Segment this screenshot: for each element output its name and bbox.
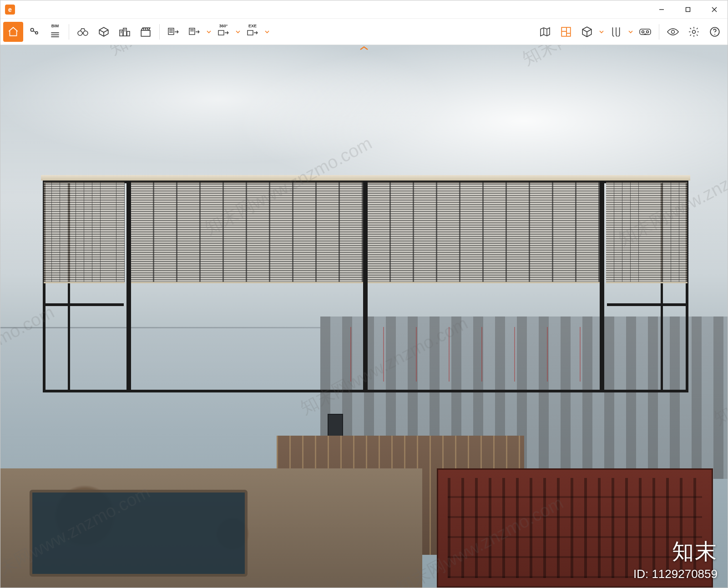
export-exe-button[interactable]: EXE: [243, 22, 263, 42]
animation-button[interactable]: [136, 22, 156, 42]
model-blind: [44, 181, 125, 283]
window-controls: [648, 0, 728, 19]
home-button[interactable]: [3, 22, 23, 42]
app-icon-letter: e: [8, 6, 12, 13]
anchor-pin-button[interactable]: [24, 22, 44, 42]
model-blind: [131, 181, 363, 283]
export-exe-dropdown[interactable]: [263, 30, 271, 34]
export-b-dropdown[interactable]: [205, 30, 212, 34]
viewport-3d[interactable]: 知末网www.znzmo.com 知末网www.znzmo.com 知末网www…: [0, 45, 728, 588]
model-mullion: [600, 181, 604, 392]
window-model[interactable]: [43, 181, 688, 392]
bim-label: BIM: [51, 24, 59, 28]
main-toolbar: BIM: [0, 19, 728, 45]
app-window: e BIM: [0, 0, 728, 588]
model-blind: [368, 181, 600, 283]
svg-rect-35: [561, 27, 571, 36]
svg-point-42: [647, 30, 649, 33]
help-button[interactable]: [705, 22, 725, 42]
model-mullion: [363, 181, 368, 392]
visibility-button[interactable]: [663, 22, 683, 42]
window-close-button[interactable]: [701, 0, 728, 19]
svg-point-43: [672, 30, 675, 33]
settings-button[interactable]: [684, 22, 704, 42]
svg-point-10: [83, 31, 88, 35]
svg-point-44: [693, 30, 696, 33]
credit-id-value: 1129270859: [652, 567, 718, 581]
svg-rect-32: [248, 30, 253, 35]
model-top-cap: [41, 175, 690, 181]
export-model-b-button[interactable]: [184, 22, 204, 42]
svg-point-46: [714, 34, 715, 35]
curtain-button[interactable]: [606, 22, 626, 42]
model-blind: [606, 181, 687, 283]
background-dockpool: [30, 490, 248, 577]
svg-rect-31: [218, 30, 224, 35]
model-side-divider: [607, 303, 685, 306]
floorplan-button[interactable]: [556, 22, 576, 42]
export-360-button[interactable]: 360°: [213, 22, 233, 42]
titlebar[interactable]: e: [0, 0, 728, 19]
model-side-divider: [46, 303, 124, 306]
svg-rect-24: [168, 28, 174, 35]
model-mullion: [126, 181, 131, 392]
toolbar-separator: [159, 24, 160, 40]
export-360-label: 360°: [219, 24, 228, 28]
binoculars-button[interactable]: [73, 22, 93, 42]
svg-rect-28: [189, 28, 195, 35]
svg-rect-1: [686, 7, 690, 11]
credit-brand: 知末: [633, 537, 718, 566]
app-icon: e: [5, 5, 15, 15]
svg-rect-20: [141, 30, 150, 36]
export-model-a-button[interactable]: [163, 22, 183, 42]
curtain-dropdown[interactable]: [627, 30, 634, 34]
svg-point-9: [78, 31, 82, 35]
export-exe-label: EXE: [248, 24, 257, 28]
bim-button[interactable]: BIM: [45, 22, 65, 42]
toolbar-separator: [69, 24, 69, 40]
window-maximize-button[interactable]: [675, 0, 701, 19]
svg-point-41: [642, 30, 644, 33]
map-panel-button[interactable]: [535, 22, 555, 42]
expand-toolbar-handle[interactable]: [358, 45, 370, 51]
credit-block: 知末 ID: 1129270859: [633, 537, 718, 581]
window-minimize-button[interactable]: [648, 0, 675, 19]
credit-id-label: ID:: [633, 567, 648, 581]
export-360-dropdown[interactable]: [234, 30, 242, 34]
3d-cube-button[interactable]: [577, 22, 597, 42]
cube-dropdown[interactable]: [598, 30, 605, 34]
buildings-button[interactable]: [115, 22, 135, 42]
vr-headset-button[interactable]: [635, 22, 655, 42]
sheet-view-button[interactable]: [94, 22, 114, 42]
toolbar-separator: [659, 24, 659, 40]
credit-id: ID: 1129270859: [633, 567, 718, 581]
svg-rect-15: [127, 31, 130, 36]
